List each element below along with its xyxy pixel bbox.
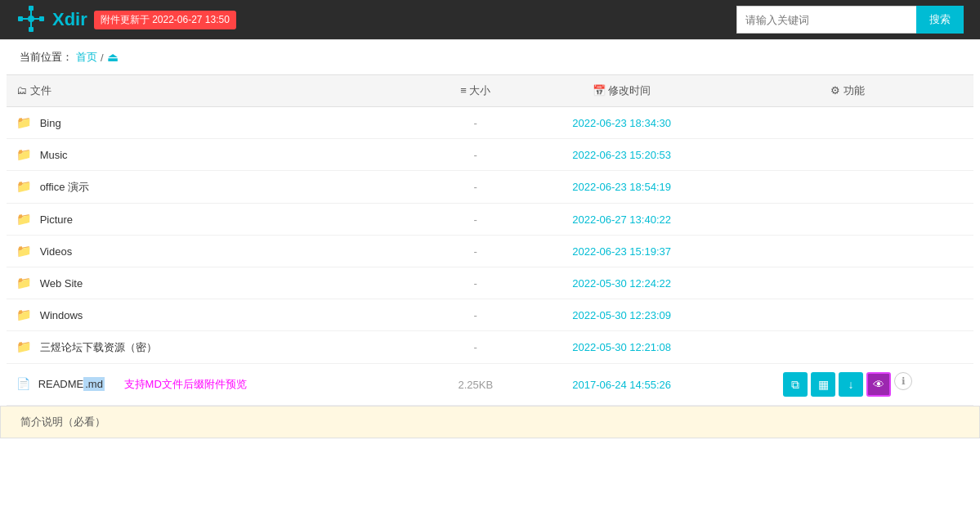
download-button[interactable]: ↓ <box>839 372 863 397</box>
date-cell: 2022-05-30 12:24:22 <box>521 267 722 299</box>
folder-icon: 📁 <box>16 212 32 226</box>
date-cell: 2022-06-27 13:40:22 <box>521 204 722 236</box>
folder-name-link[interactable]: Web Site <box>40 277 83 290</box>
logo-area: Xdir 附件更新于 2022-06-27 13:50 <box>16 4 236 36</box>
svg-rect-0 <box>29 6 34 11</box>
footer-note-text: 简介说明（必看） <box>20 415 105 428</box>
table-row: 📄 README.md 支持MD文件后缀附件预览 2.25KB 2017-06-… <box>7 364 973 406</box>
copy-button[interactable]: ⧉ <box>783 372 808 397</box>
folder-icon: 📁 <box>16 276 32 290</box>
breadcrumb-label: 当前位置： <box>20 50 73 65</box>
size-cell: - <box>429 171 521 204</box>
file-name-link[interactable]: README.md <box>38 377 105 391</box>
date-cell: 2022-05-30 12:23:09 <box>521 299 722 331</box>
file-tbody: 📁 Bing - 2022-06-23 18:34:30 📁 Music - 2… <box>7 107 973 406</box>
size-cell: - <box>429 139 521 171</box>
date-col-icon: 📅 <box>593 84 606 97</box>
folder-icon: 📁 <box>16 115 32 129</box>
size-cell: - <box>429 236 521 267</box>
col-size-header: ≡ 大小 <box>429 75 521 107</box>
svg-rect-2 <box>18 16 23 21</box>
action-cell <box>722 267 973 299</box>
date-cell: 2022-06-23 15:20:53 <box>521 139 722 171</box>
file-cell: 📁 Videos <box>7 236 429 267</box>
table-row: 📁 Videos - 2022-06-23 15:19:37 <box>7 236 973 267</box>
file-icon: 📄 <box>16 377 30 390</box>
file-col-icon: 🗂 <box>16 84 27 97</box>
size-cell: 2.25KB <box>429 364 521 406</box>
table-row: 📁 三煜论坛下载资源（密） - 2022-05-30 12:21:08 <box>7 331 973 364</box>
svg-rect-3 <box>39 16 44 21</box>
action-cell: ⧉ ▦ ↓ 👁 ℹ <box>722 364 973 406</box>
action-cell <box>722 107 973 139</box>
folder-name-link[interactable]: Bing <box>40 117 61 129</box>
filename-highlight: .md <box>83 377 105 391</box>
date-cell: 2022-05-30 12:21:08 <box>521 331 722 364</box>
info-button[interactable]: ℹ <box>894 372 912 390</box>
folder-name-link[interactable]: office 演示 <box>40 181 89 193</box>
file-table: 🗂 文件 ≡ 大小 📅 修改时间 ⚙ 功能 📁 <box>7 74 973 406</box>
table-row: 📁 office 演示 - 2022-06-23 18:54:19 <box>7 171 973 204</box>
action-cell <box>722 139 973 171</box>
table-row: 📁 Web Site - 2022-05-30 12:24:22 <box>7 267 973 299</box>
breadcrumb-separator: / <box>101 52 104 64</box>
action-cell <box>722 171 973 204</box>
file-cell: 📁 Bing <box>7 107 429 139</box>
footer-note: 简介说明（必看） <box>0 406 980 438</box>
breadcrumb-home[interactable]: 首页 <box>76 50 97 65</box>
date-cell: 2022-06-23 18:34:30 <box>521 107 722 139</box>
date-cell: 2022-06-23 15:19:37 <box>521 236 722 267</box>
table-row: 📁 Picture - 2022-06-27 13:40:22 <box>7 204 973 236</box>
logo-text: Xdir <box>52 9 87 30</box>
action-cell <box>722 204 973 236</box>
table-header: 🗂 文件 ≡ 大小 📅 修改时间 ⚙ 功能 <box>7 75 973 107</box>
size-col-icon: ≡ <box>460 84 467 97</box>
file-cell: 📁 Picture <box>7 204 429 236</box>
folder-name-link[interactable]: 三煜论坛下载资源（密） <box>40 341 157 353</box>
header: Xdir 附件更新于 2022-06-27 13:50 搜索 <box>0 0 980 39</box>
file-cell: 📁 Web Site <box>7 267 429 299</box>
view-button[interactable]: 👁 <box>866 372 891 397</box>
folder-name-link[interactable]: Videos <box>40 245 73 258</box>
size-cell: - <box>429 204 521 236</box>
file-cell: 📁 Music <box>7 139 429 171</box>
folder-icon: 📁 <box>16 308 32 321</box>
search-area: 搜索 <box>736 6 964 34</box>
col-file-header: 🗂 文件 <box>7 75 429 107</box>
folder-icon: 📁 <box>16 147 32 161</box>
breadcrumb: 当前位置： 首页 / ⏏ <box>0 40 980 74</box>
file-cell: 📁 Windows <box>7 299 429 331</box>
search-button[interactable]: 搜索 <box>916 6 964 34</box>
file-cell: 📁 office 演示 <box>7 171 429 204</box>
size-cell: - <box>429 299 521 331</box>
folder-icon: 📁 <box>16 244 32 258</box>
logo-icon <box>16 4 46 36</box>
size-cell: - <box>429 331 521 364</box>
col-date-header: 📅 修改时间 <box>521 75 722 107</box>
table-row: 📁 Windows - 2022-05-30 12:23:09 <box>7 299 973 331</box>
table-row: 📁 Bing - 2022-06-23 18:34:30 <box>7 107 973 139</box>
search-input[interactable] <box>736 6 916 34</box>
svg-rect-1 <box>29 27 34 32</box>
breadcrumb-folder-icon: ⏏ <box>107 50 119 65</box>
size-cell: - <box>429 267 521 299</box>
update-badge: 附件更新于 2022-06-27 13:50 <box>94 11 236 29</box>
svg-point-8 <box>28 16 34 22</box>
action-cell <box>722 299 973 331</box>
file-table-container: 🗂 文件 ≡ 大小 📅 修改时间 ⚙ 功能 📁 <box>0 74 980 406</box>
md-preview-link[interactable]: 支持MD文件后缀附件预览 <box>124 378 247 390</box>
folder-name-link[interactable]: Windows <box>40 309 83 321</box>
col-action-header: ⚙ 功能 <box>722 75 973 107</box>
action-col-icon: ⚙ <box>830 84 840 97</box>
folder-name-link[interactable]: Music <box>40 149 68 161</box>
date-cell: 2022-06-23 18:54:19 <box>521 171 722 204</box>
action-cell <box>722 236 973 267</box>
size-cell: - <box>429 107 521 139</box>
file-cell: 📁 三煜论坛下载资源（密） <box>7 331 429 364</box>
action-cell <box>722 331 973 364</box>
qr-button[interactable]: ▦ <box>811 372 835 397</box>
date-cell: 2017-06-24 14:55:26 <box>521 364 722 406</box>
table-row: 📁 Music - 2022-06-23 15:20:53 <box>7 139 973 171</box>
folder-icon: 📁 <box>16 339 32 353</box>
folder-name-link[interactable]: Picture <box>40 213 73 226</box>
